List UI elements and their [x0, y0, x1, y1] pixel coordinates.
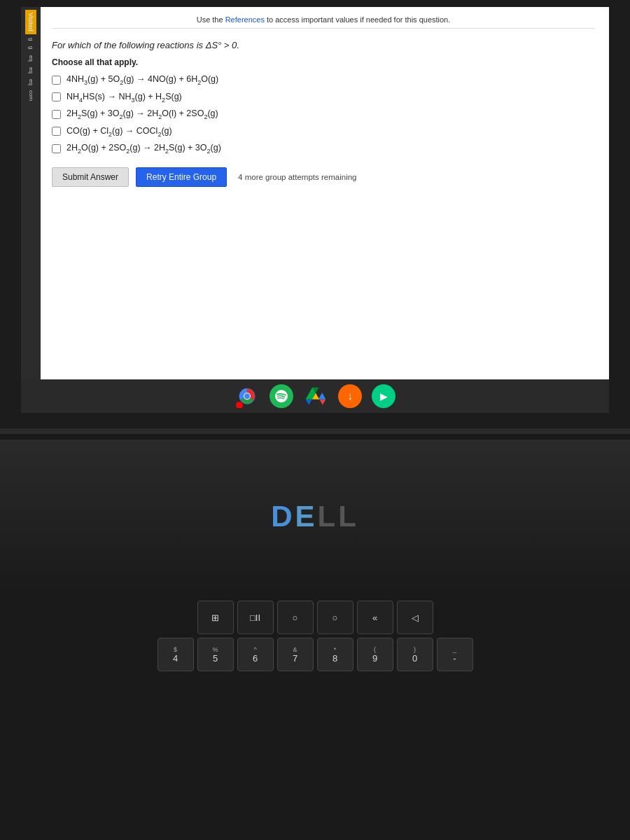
visited-badge[interactable]: Visited — [25, 10, 36, 34]
reaction-formula-2: NH4HS(s) → NH3(g) + H2S(g) — [66, 92, 182, 104]
reaction-checkbox-3[interactable] — [52, 110, 61, 119]
attempts-text: 4 more group attempts remaining — [238, 173, 356, 181]
keyboard-area: ⊞ □II ○ ○ « ◁ $ 4 % 5 ^ 6 & — [0, 594, 630, 840]
list-item: NH4HS(s) → NH3(g) + H2S(g) — [52, 92, 595, 104]
question-text: For which of the following reactions is … — [52, 40, 595, 50]
button-row: Submit Answer Retry Entire Group 4 more … — [52, 167, 595, 187]
sidebar-nav-1[interactable]: g — [27, 36, 36, 43]
download-icon[interactable]: ↓ — [338, 384, 362, 408]
taskbar: ↓ ▶ — [21, 379, 609, 413]
reaction-list: 4NH3(g) + 5O2(g) → 4NO(g) + 6H2O(g) NH4H… — [52, 74, 595, 155]
reaction-checkbox-5[interactable] — [52, 144, 61, 153]
reference-suffix: to access important values if needed for… — [265, 15, 450, 24]
key-9[interactable]: ( 9 — [357, 638, 393, 671]
key-multitask[interactable]: □II — [237, 601, 274, 634]
sidebar-nav-4[interactable]: eq — [27, 65, 36, 76]
list-item: 2H2S(g) + 3O2(g) → 2H2O(l) + 2SO2(g) — [52, 108, 595, 120]
key-0[interactable]: ) 0 — [397, 638, 433, 671]
screen: Visited g g eq eq eq com < Use the Refer… — [21, 7, 609, 413]
list-item: 4NH3(g) + 5O2(g) → 4NO(g) + 6H2O(g) — [52, 74, 595, 86]
sidebar-nav-3[interactable]: eq — [27, 53, 36, 64]
key-volume[interactable]: ◁ — [397, 601, 433, 634]
reaction-checkbox-4[interactable] — [52, 127, 61, 136]
reaction-checkbox-2[interactable] — [52, 92, 61, 102]
key-back[interactable]: « — [357, 601, 393, 634]
screen-bezel: Visited g g eq eq eq com < Use the Refer… — [0, 0, 630, 434]
keyboard-row-media: ⊞ □II ○ ○ « ◁ — [21, 601, 609, 634]
reference-intro: Use the — [197, 15, 225, 24]
dell-logo-text: DELL — [271, 500, 359, 533]
svg-point-2 — [244, 393, 250, 399]
reaction-formula-5: 2H2O(g) + 2SO2(g) → 2H2S(g) + 3O2(g) — [66, 143, 221, 155]
svg-point-3 — [236, 402, 243, 408]
key-circle-1[interactable]: ○ — [277, 601, 314, 634]
google-drive-icon[interactable] — [303, 384, 328, 409]
key-6[interactable]: ^ 6 — [237, 638, 274, 671]
key-4[interactable]: $ 4 — [158, 638, 194, 671]
key-circle-2[interactable]: ○ — [317, 601, 354, 634]
play-icon[interactable]: ▶ — [372, 384, 396, 408]
main-content: Use the References to access important v… — [41, 7, 609, 413]
sidebar-nav-5[interactable]: eq — [27, 77, 36, 88]
reaction-formula-4: CO(g) + Cl2(g) → COCl2(g) — [66, 126, 172, 138]
key-5[interactable]: % 5 — [197, 638, 234, 671]
key-minus[interactable]: _ - — [437, 638, 473, 671]
key-7[interactable]: & 7 — [277, 638, 314, 671]
keyboard-row-numbers: $ 4 % 5 ^ 6 & 7 * 8 ( 9 ) 0 _ - — [21, 638, 609, 671]
left-sidebar: Visited g g eq eq eq com — [21, 7, 41, 413]
laptop-bottom: DELL — [0, 440, 630, 594]
spotify-icon[interactable] — [270, 384, 293, 408]
references-link[interactable]: References — [225, 15, 265, 24]
chrome-icon[interactable] — [234, 384, 260, 409]
sidebar-nav-2[interactable]: g — [27, 44, 36, 51]
instruction-text: Choose all that apply. — [52, 57, 595, 67]
reaction-formula-3: 2H2S(g) + 3O2(g) → 2H2O(l) + 2SO2(g) — [66, 108, 218, 120]
submit-answer-button[interactable]: Submit Answer — [52, 167, 129, 187]
sidebar-nav-6[interactable]: com — [27, 88, 36, 103]
list-item: CO(g) + Cl2(g) → COCl2(g) — [52, 126, 595, 138]
key-windows[interactable]: ⊞ — [197, 601, 234, 634]
reaction-checkbox-1[interactable] — [52, 76, 61, 85]
list-item: 2H2O(g) + 2SO2(g) → 2H2S(g) + 3O2(g) — [52, 143, 595, 155]
key-8[interactable]: * 8 — [317, 638, 354, 671]
retry-entire-group-button[interactable]: Retry Entire Group — [136, 167, 227, 187]
top-reference: Use the References to access important v… — [52, 15, 595, 29]
reaction-formula-1: 4NH3(g) + 5O2(g) → 4NO(g) + 6H2O(g) — [66, 74, 218, 86]
